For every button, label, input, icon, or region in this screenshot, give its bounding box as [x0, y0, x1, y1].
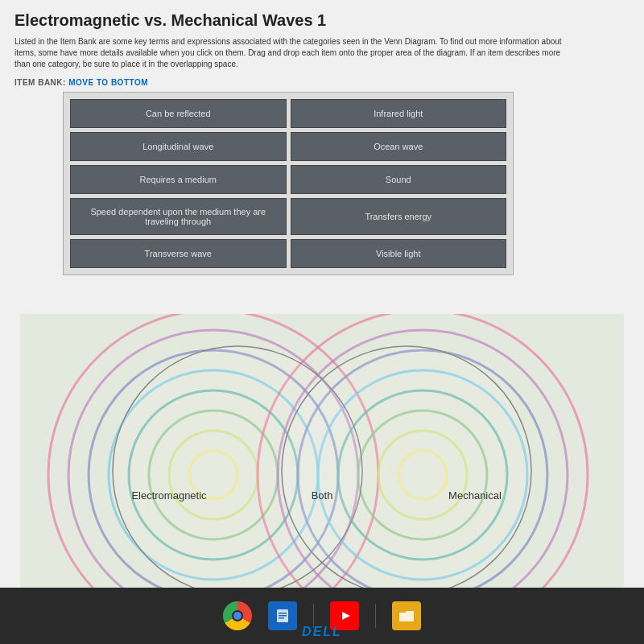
svg-rect-23 — [279, 613, 287, 614]
svg-rect-24 — [279, 615, 287, 617]
item-card-5[interactable]: Requires a medium — [70, 165, 287, 194]
item-bank-container: Can be reflected Infrared light Longitud… — [63, 92, 514, 275]
venn-area: Electromagnetic Both Mechanical — [0, 314, 644, 588]
item-bank-grid: Can be reflected Infrared light Longitud… — [70, 99, 506, 268]
folder-icon[interactable] — [392, 601, 421, 630]
svg-point-18 — [282, 346, 531, 588]
svg-marker-26 — [342, 612, 350, 620]
move-to-bottom-link[interactable]: Move to Bottom — [68, 78, 148, 87]
item-card-2[interactable]: Infrared light — [291, 99, 507, 128]
main-content: Electromagnetic vs. Mechanical Waves 1 L… — [0, 0, 644, 588]
item-card-7[interactable]: Speed dependent upon the medium they are… — [70, 198, 287, 235]
item-card-1[interactable]: Can be reflected — [70, 99, 287, 128]
taskbar: DELL — [0, 588, 644, 644]
item-card-6[interactable]: Sound — [291, 165, 507, 194]
svg-text:Both: Both — [312, 489, 333, 502]
dell-logo: DELL — [302, 625, 342, 639]
item-card-3[interactable]: Longitudinal wave — [70, 132, 287, 161]
file-icon[interactable] — [268, 601, 297, 630]
screen: Electromagnetic vs. Mechanical Waves 1 L… — [0, 0, 644, 644]
svg-text:Mechanical: Mechanical — [448, 489, 502, 502]
item-card-8[interactable]: Transfers energy — [291, 198, 507, 235]
svg-text:Electromagnetic: Electromagnetic — [131, 489, 207, 502]
item-bank-label: ITEM BANK: Move to Bottom — [14, 78, 630, 87]
chrome-icon[interactable] — [223, 601, 252, 630]
item-card-10[interactable]: Visible light — [291, 239, 507, 268]
page-title: Electromagnetic vs. Mechanical Waves 1 — [14, 11, 630, 30]
item-card-9[interactable]: Transverse wave — [70, 239, 287, 268]
description: Listed in the Item Bank are some key ter… — [14, 36, 562, 70]
venn-diagram: Electromagnetic Both Mechanical — [0, 314, 644, 588]
item-card-4[interactable]: Ocean wave — [291, 132, 507, 161]
svg-rect-25 — [279, 617, 284, 619]
taskbar-divider-2 — [375, 604, 376, 628]
